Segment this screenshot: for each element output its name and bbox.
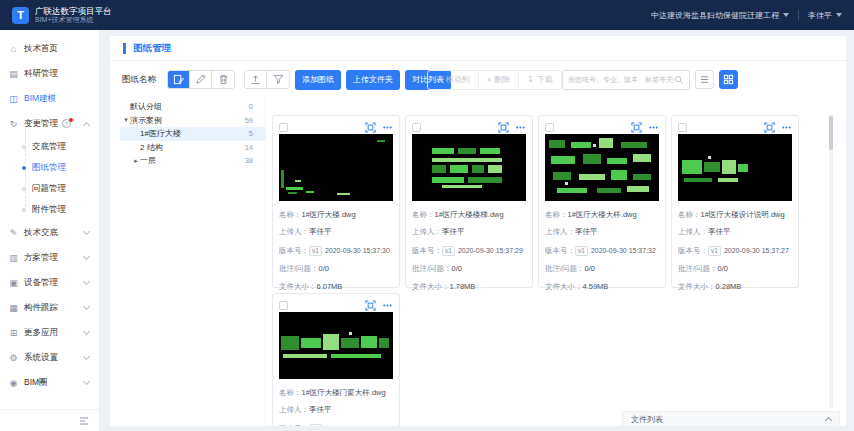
app-subtitle: BIM+技术管理系统 [35, 16, 112, 24]
sidebar-item[interactable]: ▥ 方案管理 [0, 245, 99, 270]
bulk-action-button[interactable]: ↧ 下载 [519, 71, 561, 89]
primary-action-button[interactable]: 添加图纸 [295, 70, 341, 90]
bulk-action-button[interactable]: ⇢ 移动到 [428, 71, 479, 89]
sidebar-item[interactable]: ⊞ 更多应用 [0, 320, 99, 345]
card-checkbox[interactable] [279, 301, 288, 310]
delete-group-button[interactable] [212, 71, 234, 88]
disclosure-icon: ✎ [8, 228, 19, 238]
primary-action-button[interactable]: 上传文件夹 [346, 70, 400, 90]
drawing-name: 1#医疗大楼.dwg [302, 211, 356, 219]
more-actions-icon[interactable] [515, 122, 526, 133]
more-actions-icon[interactable] [382, 122, 393, 133]
drawing-card[interactable]: 名称：1#医疗大楼设计说明.dwg 上传人：李佳平 版本号：v12020-09-… [671, 115, 799, 288]
sidebar-item-label: 变更管理 [24, 118, 58, 130]
card-checkbox[interactable] [412, 123, 421, 132]
tree-caret-icon[interactable]: ▸ [132, 157, 140, 165]
drawing-name: 1#医疗大楼大样.dwg [568, 211, 637, 219]
grid-view-toggle[interactable] [719, 70, 738, 89]
sidebar-item[interactable]: ▤ 科研管理 [0, 61, 99, 86]
more-actions-icon[interactable] [382, 300, 393, 311]
new-group-button[interactable] [168, 71, 190, 88]
sidebar-item[interactable]: ⌂ 技术首页 [0, 36, 99, 61]
user-name: 李佳平 [808, 10, 832, 21]
drawing-card[interactable]: 名称：1#医疗大楼楼梯.dwg 上传人：李佳平 版本号：v12020-09-30… [405, 115, 533, 288]
notes-label: 批注/问题： [545, 265, 585, 273]
import-button[interactable] [245, 71, 267, 88]
tree-node[interactable]: 默认分组 0 [120, 100, 265, 114]
chevron-down-icon [783, 13, 789, 17]
sidebar-item[interactable]: ◫ BIM建模 [0, 86, 99, 111]
tree-node[interactable]: 2 结构 14 [120, 141, 265, 155]
card-checkbox[interactable] [545, 123, 554, 132]
sidebar-item[interactable]: ▣ 设备管理 [0, 270, 99, 295]
sidebar-item[interactable]: ▦ 构件跟踪 [0, 295, 99, 320]
sidebar-item-label: 设备管理 [24, 277, 58, 289]
notes-count: 0/0 [319, 265, 329, 273]
search-input[interactable] [568, 76, 674, 83]
list-view-toggle[interactable] [695, 70, 714, 89]
compare-icon[interactable] [631, 122, 642, 133]
sidebar-item[interactable]: 图纸管理 [0, 157, 99, 178]
more-actions-icon[interactable] [648, 122, 659, 133]
scrollbar-thumb[interactable] [829, 116, 833, 150]
compare-icon[interactable] [365, 300, 376, 311]
tree-node-label: 2 结构 [140, 142, 163, 153]
page-title: 图纸管理 [133, 42, 171, 55]
tree-caret-icon[interactable]: ▾ [122, 116, 130, 124]
research-icon: ▤ [8, 69, 19, 79]
bulk-action-button[interactable]: × 删除 [479, 71, 520, 89]
version-tag: v1 [309, 424, 322, 427]
sidebar-item[interactable]: 问题管理 [0, 178, 99, 199]
sidebar-item[interactable]: 交底管理 [0, 136, 99, 157]
size-label: 文件大小： [279, 283, 317, 291]
sidebar-item-label: BIM圈 [24, 377, 48, 389]
tree-node[interactable]: ▾ 演示案例 59 [120, 114, 265, 128]
project-selector[interactable]: 中达建设海盐县妇幼保健院迁建工程 [651, 10, 789, 21]
drawing-thumbnail[interactable] [678, 134, 792, 201]
file-list-drawer[interactable]: 文件列表 [622, 411, 840, 426]
edit-group-button[interactable] [190, 71, 212, 88]
drawing-thumbnail[interactable] [279, 134, 393, 201]
sidebar-item[interactable]: ⚙ 系统设置 [0, 345, 99, 370]
uploader-name: 李佳平 [575, 228, 598, 236]
bullet-dot-icon [22, 208, 26, 212]
vertical-scrollbar[interactable] [829, 114, 833, 408]
drawing-card[interactable]: 名称：1#医疗大楼大样.dwg 上传人：李佳平 版本号：v12020-09-30… [538, 115, 666, 288]
card-checkbox[interactable] [678, 123, 687, 132]
sidebar-item[interactable]: ✎ 技术交底 [0, 220, 99, 245]
filter-button[interactable] [267, 71, 289, 88]
drawing-card[interactable]: 名称：1#医疗大楼门窗大样.dwg 上传人：李佳平 版本号：v12020-09-… [272, 293, 400, 426]
drawing-thumbnail[interactable] [545, 134, 659, 201]
drawing-thumbnail[interactable] [412, 134, 526, 201]
name-label: 名称： [412, 211, 435, 219]
drawing-thumbnail[interactable] [279, 312, 393, 379]
sidebar-item-label: 图纸管理 [32, 162, 66, 174]
tree-node-count: 14 [245, 143, 265, 152]
sidebar-item[interactable]: ↻ 变更管理 ? [0, 111, 99, 136]
collapse-sidebar-icon[interactable] [79, 416, 89, 426]
change-icon: ↻ [8, 119, 19, 129]
drawing-card[interactable]: 名称：1#医疗大楼.dwg 上传人：李佳平 版本号：v12020-09-30 1… [272, 115, 400, 288]
compare-icon[interactable] [365, 122, 376, 133]
more-actions-icon[interactable] [781, 122, 792, 133]
uploader-label: 上传人： [678, 228, 708, 236]
drawing-card-grid: 名称：1#医疗大楼.dwg 上传人：李佳平 版本号：v12020-09-30 1… [266, 98, 846, 426]
compare-icon[interactable] [764, 122, 775, 133]
compare-icon[interactable] [498, 122, 509, 133]
sidebar-item-label: 方案管理 [24, 252, 58, 264]
search-icon[interactable] [674, 75, 684, 85]
tree-node[interactable]: ▸ 一层 38 [120, 154, 265, 168]
sidebar-item[interactable]: 附件管理 [0, 199, 99, 220]
version-tag: v1 [442, 246, 455, 256]
user-menu[interactable]: 李佳平 [808, 10, 842, 21]
move-to-icon: ⇢ [436, 75, 443, 84]
card-checkbox[interactable] [279, 123, 288, 132]
tree-node[interactable]: 1#医疗大楼 5 [120, 127, 265, 141]
more-apps-icon: ⊞ [8, 328, 19, 338]
drawing-name: 1#医疗大楼楼梯.dwg [435, 211, 504, 219]
upload-time: 2020-09-30 15:37:29 [458, 247, 523, 255]
drawing-name: 1#医疗大楼门窗大样.dwg [302, 389, 386, 397]
uploader-name: 李佳平 [442, 228, 465, 236]
app-logo: T [12, 7, 29, 24]
sidebar-item[interactable]: ◉ BIM圈 [0, 370, 99, 395]
